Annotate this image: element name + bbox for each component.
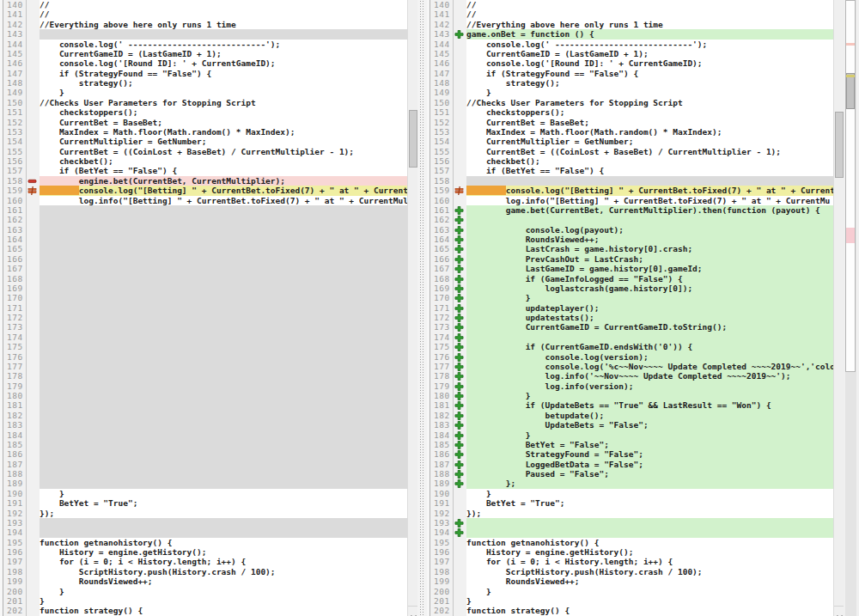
- code-text[interactable]: BetYet = "False";: [466, 440, 844, 449]
- code-text[interactable]: log.info(version);: [466, 381, 844, 391]
- code-text[interactable]: [40, 420, 417, 430]
- code-text[interactable]: [466, 518, 844, 528]
- code-text[interactable]: [40, 391, 417, 400]
- code-text[interactable]: [40, 313, 417, 322]
- code-text[interactable]: }: [466, 587, 844, 596]
- code-text[interactable]: [40, 371, 417, 381]
- code-text[interactable]: [40, 264, 417, 273]
- code-text[interactable]: engine.bet(CurrentBet, CurrentMultiplier…: [40, 176, 417, 186]
- code-text[interactable]: log.info("[Betting] " + CurrentBet.toFix…: [40, 196, 417, 205]
- code-text[interactable]: checkbet();: [466, 156, 844, 166]
- code-text[interactable]: RoundsViewed++;: [466, 576, 844, 586]
- code-text[interactable]: function getnanohistory() {: [40, 538, 417, 547]
- code-text[interactable]: strategy();: [40, 78, 417, 88]
- code-text[interactable]: }: [466, 391, 844, 400]
- code-text[interactable]: [466, 215, 844, 224]
- code-text[interactable]: loglastcrash(game.history[0]);: [466, 284, 844, 293]
- code-text[interactable]: betupdate();: [466, 411, 844, 420]
- code-text[interactable]: checkstoppers();: [466, 107, 844, 117]
- code-text[interactable]: console.log('[Round ID]: ' + CurrentGame…: [40, 58, 417, 68]
- code-text[interactable]: if (CurrentGameID.endsWith('0')) {: [466, 342, 844, 351]
- code-text[interactable]: ScriptHistory.push(History.crash / 100);: [466, 567, 844, 576]
- code-text[interactable]: CurrentBet = ((CoinLost + BaseBet) / Cur…: [40, 147, 417, 156]
- code-text[interactable]: CurrentMultiplier = GetNumber;: [466, 137, 844, 146]
- code-text[interactable]: game.onBet = function () {: [466, 29, 844, 39]
- code-text[interactable]: [466, 176, 844, 186]
- code-text[interactable]: [40, 332, 417, 342]
- code-text[interactable]: MaxIndex = Math.floor(Math.random() * Ma…: [40, 127, 417, 137]
- code-text[interactable]: RoundsViewed++;: [40, 576, 417, 586]
- code-text[interactable]: if (BetYet == "False") {: [466, 166, 844, 175]
- code-text[interactable]: CurrentBet = BaseBet;: [40, 118, 417, 127]
- code-text[interactable]: CurrentGameID = CurrentGameID.toString()…: [466, 322, 844, 332]
- code-text[interactable]: if (GameInfoLogged == "False") {: [466, 274, 844, 284]
- code-text[interactable]: console.log("[Betting] " + CurrentBet.to…: [466, 186, 844, 195]
- code-text[interactable]: console.log(payout);: [466, 225, 844, 235]
- code-text[interactable]: [40, 400, 417, 410]
- code-text[interactable]: });: [40, 509, 417, 518]
- code-text[interactable]: LoggedBetData = "False";: [466, 460, 844, 469]
- code-text[interactable]: //: [466, 9, 844, 19]
- code-text[interactable]: if (BetYet == "False") {: [40, 166, 417, 175]
- code-text[interactable]: BetYet = "True";: [466, 498, 844, 508]
- code-text[interactable]: [40, 528, 417, 537]
- code-text[interactable]: }: [466, 596, 844, 606]
- code-text[interactable]: BetYet = "True";: [40, 498, 417, 508]
- code-text[interactable]: [40, 449, 417, 459]
- code-text[interactable]: [40, 322, 417, 332]
- code-text[interactable]: for (i = 0; i < History.length; i++) {: [40, 557, 417, 566]
- code-text[interactable]: [466, 528, 844, 537]
- code-text[interactable]: game.bet(CurrentBet, CurrentMultiplier).…: [466, 205, 844, 215]
- code-text[interactable]: for (i = 0; i < History.length; i++) {: [466, 557, 844, 566]
- code-text[interactable]: //: [40, 0, 417, 9]
- code-text[interactable]: //Checks User Parameters for Stopping Sc…: [466, 98, 844, 107]
- code-text[interactable]: CurrentMultiplier = GetNumber;: [40, 137, 417, 146]
- code-text[interactable]: [40, 411, 417, 420]
- code-text[interactable]: [40, 225, 417, 235]
- code-text[interactable]: MaxIndex = Math.floor(Math.random() * Ma…: [466, 127, 844, 137]
- code-text[interactable]: if (StrategyFound == "False") {: [466, 69, 844, 78]
- code-text[interactable]: //: [466, 0, 844, 9]
- code-text[interactable]: [40, 440, 417, 449]
- code-text[interactable]: function getnanohistory() {: [466, 538, 844, 547]
- code-text[interactable]: Paused = "False";: [466, 469, 844, 479]
- code-text[interactable]: //Checks User Parameters for Stopping Sc…: [40, 98, 417, 107]
- code-text[interactable]: checkbet();: [40, 156, 417, 166]
- code-text[interactable]: }: [466, 88, 844, 97]
- pane-splitter[interactable]: [417, 0, 427, 616]
- code-text[interactable]: }: [40, 489, 417, 498]
- code-text[interactable]: [40, 381, 417, 391]
- code-text[interactable]: LastCrash = game.history[0].crash;: [466, 244, 844, 253]
- code-text[interactable]: ScriptHistory.push(History.crash / 100);: [40, 567, 417, 576]
- code-text[interactable]: StrategyFound = "False";: [466, 449, 844, 459]
- code-text[interactable]: [40, 293, 417, 302]
- code-text[interactable]: [40, 284, 417, 293]
- code-text[interactable]: function strategy() {: [466, 606, 844, 615]
- code-text[interactable]: UpdateBets = "False";: [466, 420, 844, 430]
- code-text[interactable]: [40, 254, 417, 264]
- code-text[interactable]: PrevCashOut = LastCrash;: [466, 254, 844, 264]
- code-text[interactable]: CurrentGameID = (LastGameID + 1);: [466, 49, 844, 58]
- code-text[interactable]: CurrentBet = BaseBet;: [466, 118, 844, 127]
- code-text[interactable]: [40, 469, 417, 479]
- right-vertical-scrollbar[interactable]: [833, 0, 844, 616]
- code-text[interactable]: console.log('%c~~Nov~~~~ Update Complete…: [466, 362, 844, 371]
- code-text[interactable]: }: [466, 293, 844, 302]
- code-text[interactable]: CurrentBet = ((CoinLost + BaseBet) / Cur…: [466, 147, 844, 156]
- code-text[interactable]: [40, 244, 417, 253]
- left-scroll-down-button[interactable]: [408, 606, 417, 616]
- code-text[interactable]: History = engine.getHistory();: [40, 547, 417, 557]
- code-text[interactable]: log.info('~~Nov~~~~ Update Completed ~~~…: [466, 371, 844, 381]
- code-text[interactable]: log.info("[Betting] " + CurrentBet.toFix…: [466, 196, 844, 205]
- code-text[interactable]: }: [40, 587, 417, 596]
- code-text[interactable]: }: [40, 596, 417, 606]
- code-text[interactable]: console.log(' --------------------------…: [40, 40, 417, 49]
- code-text[interactable]: [40, 518, 417, 528]
- code-text[interactable]: }: [466, 489, 844, 498]
- code-text[interactable]: updateplayer();: [466, 303, 844, 313]
- code-text[interactable]: [40, 362, 417, 371]
- code-text[interactable]: [466, 332, 844, 342]
- code-text[interactable]: //: [40, 9, 417, 19]
- code-text[interactable]: console.log(' --------------------------…: [466, 40, 844, 49]
- code-text[interactable]: [40, 29, 417, 39]
